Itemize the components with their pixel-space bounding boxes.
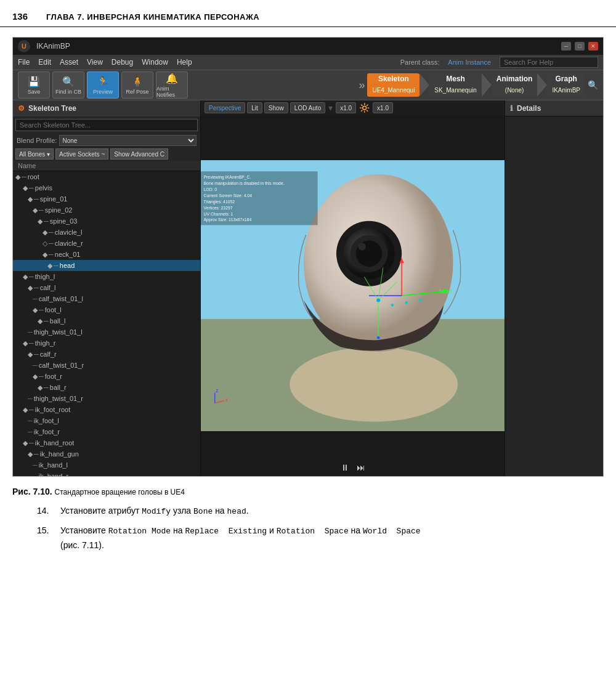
body-text: 14. Установите атрибут Modify узла Bone … bbox=[37, 504, 579, 552]
workflow-graph[interactable]: Graph IKAnimBP bbox=[547, 73, 585, 97]
tree-item-ik-hand-l[interactable]: ─ik_hand_l bbox=[13, 459, 200, 471]
mesh-sub: SK_Mannequin bbox=[434, 87, 476, 94]
find-label: Find in CB bbox=[55, 89, 81, 95]
tree-item-spine03[interactable]: ◆ ─spine_03 bbox=[13, 216, 200, 227]
skeleton-tree-panel: ⚙ Skeleton Tree Blend Profile: None All … bbox=[13, 100, 201, 476]
svg-point-23 bbox=[359, 243, 366, 250]
window-title: IKAnimBP bbox=[36, 42, 561, 51]
tree-item-ik-foot-l[interactable]: ─ik_foot_l bbox=[13, 415, 200, 426]
graph-search-icon: 🔍 bbox=[588, 80, 598, 90]
tree-item-foot-l[interactable]: ◆ ─foot_l bbox=[13, 304, 200, 315]
svg-marker-0 bbox=[419, 73, 429, 97]
tree-item-ik-foot-r[interactable]: ─ik_foot_r bbox=[13, 426, 200, 437]
minimize-button[interactable]: ─ bbox=[561, 42, 571, 51]
show-button[interactable]: Show bbox=[264, 102, 288, 113]
step-14-number: 14. bbox=[37, 504, 55, 519]
tree-item-ik-foot-root[interactable]: ◆ ─ik_foot_root bbox=[13, 404, 200, 415]
tree-item-pelvis[interactable]: ◆ ─pelvis bbox=[13, 182, 200, 193]
skeleton-tree-list[interactable]: ◆ ─root ◆ ─pelvis ◆ ─spine_01 bbox=[13, 171, 200, 476]
tree-item-clavicle-l[interactable]: ◆ ─clavicle_l bbox=[13, 227, 200, 238]
menu-debug[interactable]: Debug bbox=[111, 58, 133, 67]
tree-item-thigh-twist-r[interactable]: ─thigh_twist_01_r bbox=[13, 393, 200, 404]
menu-window[interactable]: Window bbox=[142, 58, 168, 67]
tree-item-clavicle-r[interactable]: ◇ ─clavicle_r bbox=[13, 238, 200, 249]
svg-point-37 bbox=[419, 299, 422, 302]
scale1-button[interactable]: x1.0 bbox=[336, 102, 356, 113]
active-sockets-button[interactable]: Active Sockets ~ bbox=[55, 148, 108, 160]
tree-item-thigh-l[interactable]: ◆ ─thigh_l bbox=[13, 271, 200, 282]
tree-item-neck01[interactable]: ◆ ─neck_01 bbox=[13, 249, 200, 260]
figure-caption: Рис. 7.10. Стандартное вращение головы в… bbox=[12, 487, 604, 496]
menu-bar: File Edit Asset View Debug Window Help P… bbox=[13, 55, 603, 70]
find-icon: 🔍 bbox=[62, 76, 75, 87]
workflow-skeleton[interactable]: Skeleton UE4_Mannequi bbox=[367, 73, 419, 97]
svg-marker-2 bbox=[537, 73, 547, 97]
svg-text:Z: Z bbox=[216, 389, 218, 393]
tree-item-ball-r[interactable]: ◆ ─ball_r bbox=[13, 382, 200, 393]
close-button[interactable]: ✕ bbox=[588, 42, 598, 51]
anim-notifies-icon: 🔔 bbox=[166, 73, 178, 84]
menu-view[interactable]: View bbox=[87, 58, 103, 67]
tree-item-ik-hand-r[interactable]: ─ik_hand_r bbox=[13, 471, 200, 476]
menu-help[interactable]: Help bbox=[177, 58, 192, 67]
search-help-input[interactable] bbox=[500, 57, 598, 68]
tree-item-foot-r[interactable]: ◆ ─foot_r bbox=[13, 371, 200, 382]
lod-auto-button[interactable]: LOD Auto bbox=[290, 102, 325, 113]
menu-file[interactable]: File bbox=[18, 58, 30, 67]
skeleton-sub: UE4_Mannequi bbox=[372, 87, 415, 94]
tree-item-ik-hand-root[interactable]: ◆ ─ik_hand_root bbox=[13, 437, 200, 448]
graph-sub: IKAnimBP bbox=[552, 87, 580, 94]
svg-point-33 bbox=[376, 299, 380, 302]
mesh-label: Mesh bbox=[446, 75, 465, 83]
maximize-button[interactable]: □ bbox=[575, 42, 585, 51]
all-bones-button[interactable]: All Bones ▾ bbox=[15, 148, 54, 160]
menu-edit[interactable]: Edit bbox=[38, 58, 51, 67]
menu-asset[interactable]: Asset bbox=[60, 58, 78, 67]
preview-button[interactable]: 🏃 Preview bbox=[87, 71, 119, 99]
svg-text:Triangles: 41052: Triangles: 41052 bbox=[204, 200, 235, 204]
workflow-mesh[interactable]: Mesh SK_Mannequin bbox=[429, 73, 481, 97]
ref-pose-button[interactable]: 🧍 Ref Pose bbox=[121, 71, 153, 99]
chapter-title: ГЛАВА 7. ИНВЕРСНАЯ КИНЕМАТИКА ПЕРСОНАЖА bbox=[46, 12, 259, 22]
tree-item-head[interactable]: ◆ ─head bbox=[13, 260, 200, 271]
tree-item-ik-hand-gun[interactable]: ◆ ─ik_hand_gun bbox=[13, 448, 200, 459]
tree-item-thigh-r[interactable]: ◆ ─thigh_r bbox=[13, 338, 200, 349]
tree-item-root[interactable]: ◆ ─root bbox=[13, 171, 200, 182]
tree-item-spine02[interactable]: ◆ ─spine_02 bbox=[13, 204, 200, 216]
anim-notifies-label: Anim Notifies bbox=[156, 86, 187, 98]
tree-item-calf-l[interactable]: ◆ ─calf_l bbox=[13, 282, 200, 293]
save-button[interactable]: 💾 Save bbox=[18, 71, 50, 99]
lit-button[interactable]: Lit bbox=[247, 102, 262, 113]
step-15-number: 15. bbox=[37, 524, 55, 552]
perspective-button[interactable]: Perspective bbox=[205, 102, 245, 113]
viewport-3d: head Previewing IKAnimBP_C. Bone manipul… bbox=[201, 115, 505, 476]
tree-item-thigh-twist-l[interactable]: ─thigh_twist_01_l bbox=[13, 326, 200, 338]
tree-item-calf-r[interactable]: ◆ ─calf_r bbox=[13, 349, 200, 360]
parent-class-value: Anim Instance bbox=[448, 59, 491, 66]
svg-text:Vertices: 23297: Vertices: 23297 bbox=[204, 206, 233, 210]
skeleton-search-input[interactable] bbox=[15, 119, 198, 131]
tree-item-spine01[interactable]: ◆ ─spine_01 bbox=[13, 193, 200, 204]
svg-point-36 bbox=[405, 301, 408, 304]
save-label: Save bbox=[28, 89, 41, 95]
skeleton-tree-header: ⚙ Skeleton Tree bbox=[13, 100, 200, 116]
blend-profile-select[interactable]: None bbox=[59, 135, 197, 146]
svg-point-34 bbox=[377, 336, 380, 339]
workflow-animation[interactable]: Animation (None) bbox=[492, 73, 538, 97]
ue4-editor: U IKAnimBP ─ □ ✕ File Edit Asset View De… bbox=[13, 38, 603, 476]
scale2-button[interactable]: x1.0 bbox=[373, 102, 393, 113]
find-in-cb-button[interactable]: 🔍 Find in CB bbox=[52, 71, 84, 99]
svg-text:head: head bbox=[439, 288, 452, 294]
caption-area: Рис. 7.10. Стандартное вращение головы в… bbox=[12, 487, 604, 496]
next-frame-button[interactable]: ⏭ bbox=[357, 463, 365, 472]
anim-notifies-button[interactable]: 🔔 Anim Notifies bbox=[156, 71, 188, 99]
play-button[interactable]: ⏸ bbox=[341, 463, 349, 472]
show-advanced-button[interactable]: Show Advanced C bbox=[110, 148, 168, 160]
tree-item-ball-l[interactable]: ◆ ─ball_l bbox=[13, 315, 200, 326]
step-14: 14. Установите атрибут Modify узла Bone … bbox=[37, 504, 579, 519]
skeleton-label: Skeleton bbox=[378, 75, 409, 83]
tree-item-calf-twist-r[interactable]: ─calf_twist_01_r bbox=[13, 360, 200, 371]
skeleton-icon: ⚙ bbox=[18, 104, 25, 113]
svg-text:Approx Size: 113x67x184: Approx Size: 113x67x184 bbox=[204, 217, 252, 222]
tree-item-calf-twist-l[interactable]: ─calf_twist_01_l bbox=[13, 293, 200, 304]
